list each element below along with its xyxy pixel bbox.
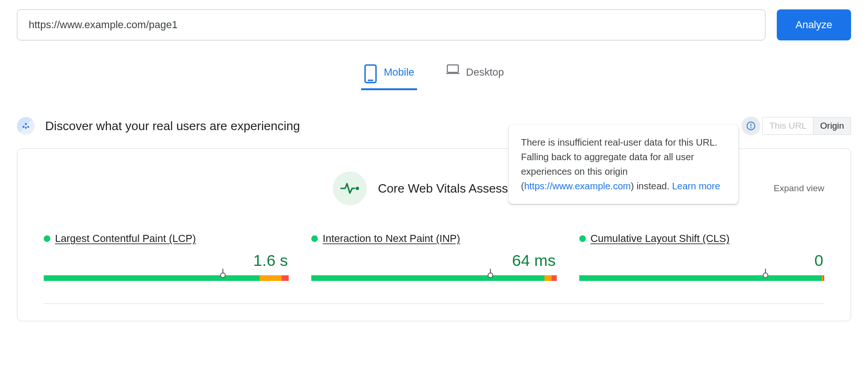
svg-point-4 bbox=[25, 123, 27, 125]
scope-origin[interactable]: Origin bbox=[813, 117, 851, 134]
tab-desktop[interactable]: Desktop bbox=[443, 59, 507, 90]
bar-good bbox=[579, 275, 822, 281]
tooltip-origin-link[interactable]: https://www.example.com bbox=[524, 181, 631, 191]
status-dot-icon bbox=[311, 235, 318, 242]
metric-name[interactable]: Largest Contentful Paint (LCP) bbox=[55, 233, 196, 245]
status-dot-icon bbox=[44, 235, 50, 242]
svg-point-7 bbox=[25, 127, 27, 129]
metric-2: Cumulative Layout Shift (CLS)0 bbox=[579, 233, 824, 281]
metric-name[interactable]: Interaction to Next Paint (INP) bbox=[323, 233, 460, 245]
tab-mobile[interactable]: Mobile bbox=[361, 59, 417, 90]
tab-desktop-label: Desktop bbox=[466, 66, 504, 78]
svg-point-10 bbox=[750, 127, 751, 128]
desktop-icon bbox=[446, 64, 459, 81]
metric-value: 64 ms bbox=[311, 251, 556, 270]
tab-mobile-label: Mobile bbox=[384, 66, 414, 78]
bar-good bbox=[44, 275, 260, 281]
bar-poor bbox=[552, 275, 556, 281]
device-tabs: Mobile Desktop bbox=[17, 59, 851, 90]
tooltip-text-after: ) instead. bbox=[631, 181, 672, 191]
section-title: Discover what your real users are experi… bbox=[45, 119, 300, 133]
bar-poor bbox=[282, 275, 289, 281]
metric-value: 0 bbox=[579, 251, 824, 270]
tooltip-learn-more-link[interactable]: Learn more bbox=[672, 181, 720, 191]
metric-bar bbox=[44, 275, 289, 281]
url-input[interactable] bbox=[17, 9, 765, 40]
svg-point-5 bbox=[23, 126, 24, 128]
scope-this-url: This URL bbox=[763, 117, 813, 134]
svg-rect-2 bbox=[447, 65, 458, 72]
status-dot-icon bbox=[579, 235, 586, 242]
crux-badge-icon bbox=[17, 117, 35, 135]
insufficient-data-tooltip: There is insufficient real-user data for… bbox=[509, 125, 738, 204]
analyze-button[interactable]: Analyze bbox=[777, 9, 851, 40]
info-icon[interactable] bbox=[742, 117, 760, 135]
expand-view-link[interactable]: Expand view bbox=[773, 183, 824, 194]
bar-good bbox=[311, 275, 544, 281]
pulse-icon bbox=[333, 171, 367, 205]
metric-1: Interaction to Next Paint (INP)64 ms bbox=[311, 233, 556, 281]
bar-ok bbox=[260, 275, 282, 281]
scope-toggle: This URL Origin bbox=[762, 117, 851, 135]
bar-ok bbox=[544, 275, 552, 281]
metric-bar bbox=[311, 275, 556, 281]
bar-poor bbox=[823, 275, 824, 281]
bar-marker bbox=[763, 272, 768, 278]
metric-name[interactable]: Cumulative Layout Shift (CLS) bbox=[591, 233, 730, 245]
mobile-icon bbox=[364, 64, 377, 81]
metric-value: 1.6 s bbox=[44, 251, 289, 270]
svg-point-6 bbox=[27, 126, 29, 128]
metric-bar bbox=[579, 275, 824, 281]
divider bbox=[44, 303, 824, 304]
bar-marker bbox=[220, 272, 226, 278]
svg-point-11 bbox=[355, 187, 359, 190]
bar-marker bbox=[488, 272, 493, 278]
metric-0: Largest Contentful Paint (LCP)1.6 s bbox=[44, 233, 289, 281]
